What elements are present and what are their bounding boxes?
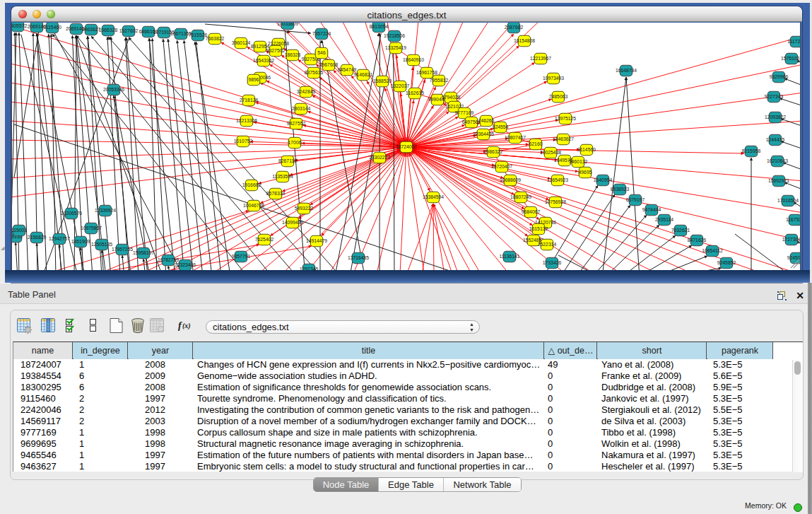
svg-text:10973493: 10973493 bbox=[543, 76, 564, 81]
svg-text:3242845: 3242845 bbox=[297, 89, 316, 94]
svg-text:15692971: 15692971 bbox=[768, 178, 789, 183]
svg-text:12505135: 12505135 bbox=[91, 242, 112, 247]
svg-text:18463627: 18463627 bbox=[553, 136, 574, 141]
svg-text:17006: 17006 bbox=[288, 140, 302, 145]
svg-text:6794028: 6794028 bbox=[442, 95, 461, 100]
svg-text:16543362: 16543362 bbox=[253, 58, 274, 63]
svg-text:9329966: 9329966 bbox=[770, 74, 789, 79]
svg-text:9427552: 9427552 bbox=[287, 121, 306, 126]
svg-text:1916682: 1916682 bbox=[242, 182, 261, 187]
svg-text:8215958: 8215958 bbox=[742, 148, 761, 153]
svg-text:2156829: 2156829 bbox=[28, 235, 47, 240]
svg-text:1588520: 1588520 bbox=[373, 78, 392, 83]
svg-text:18302273: 18302273 bbox=[369, 155, 390, 160]
svg-text:9115460: 9115460 bbox=[43, 25, 61, 30]
svg-text:11136141: 11136141 bbox=[499, 254, 519, 259]
svg-text:49695: 49695 bbox=[579, 170, 592, 175]
svg-text:12339924: 12339924 bbox=[95, 208, 116, 213]
svg-text:12213306: 12213306 bbox=[236, 118, 257, 123]
svg-text:10807467: 10807467 bbox=[505, 135, 526, 140]
svg-text:9857791: 9857791 bbox=[232, 254, 251, 259]
svg-text:9777169: 9777169 bbox=[455, 110, 474, 115]
svg-text:2718126: 2718126 bbox=[240, 98, 259, 103]
svg-text:20206576: 20206576 bbox=[61, 211, 82, 216]
svg-text:9474444: 9474444 bbox=[642, 207, 661, 212]
svg-text:1727304: 1727304 bbox=[782, 237, 801, 242]
svg-text:17957255: 17957255 bbox=[112, 247, 133, 252]
svg-text:15751024: 15751024 bbox=[781, 56, 801, 61]
svg-text:9227343: 9227343 bbox=[765, 94, 784, 99]
svg-text:12942757: 12942757 bbox=[49, 236, 70, 241]
svg-text:20364436: 20364436 bbox=[473, 132, 494, 136]
svg-text:11353594: 11353594 bbox=[272, 174, 293, 179]
svg-text:18640910: 18640910 bbox=[403, 57, 424, 62]
svg-text:8813054: 8813054 bbox=[370, 24, 389, 29]
svg-text:7632621: 7632621 bbox=[671, 228, 690, 233]
svg-text:8471626: 8471626 bbox=[688, 238, 707, 243]
svg-text:1733426: 1733426 bbox=[543, 260, 562, 265]
svg-text:3960124: 3960124 bbox=[232, 40, 251, 45]
svg-text:1162615: 1162615 bbox=[406, 90, 424, 95]
svg-text:1065328: 1065328 bbox=[99, 28, 118, 33]
svg-text:10975867: 10975867 bbox=[81, 226, 102, 230]
svg-text:8375635: 8375635 bbox=[305, 70, 324, 75]
svg-text:9327502: 9327502 bbox=[266, 48, 286, 53]
svg-text:1167533: 1167533 bbox=[786, 217, 801, 222]
svg-text:7485063: 7485063 bbox=[549, 94, 568, 99]
svg-text:1527602: 1527602 bbox=[119, 28, 139, 33]
svg-text:9896: 9896 bbox=[248, 77, 259, 82]
svg-text:(x): (x) bbox=[182, 322, 191, 330]
svg-text:186328: 186328 bbox=[285, 52, 301, 57]
svg-text:13654923: 13654923 bbox=[547, 177, 568, 182]
svg-text:16648784: 16648784 bbox=[616, 68, 637, 73]
svg-text:5493222: 5493222 bbox=[295, 206, 314, 211]
svg-text:2986322: 2986322 bbox=[484, 149, 503, 154]
svg-text:1010752: 1010752 bbox=[234, 139, 253, 144]
svg-text:15720407: 15720407 bbox=[491, 164, 512, 169]
svg-text:2935114: 2935114 bbox=[655, 217, 673, 222]
svg-text:8454749: 8454749 bbox=[338, 67, 357, 72]
svg-text:12093822: 12093822 bbox=[765, 115, 786, 119]
svg-text:16961758: 16961758 bbox=[416, 70, 437, 75]
svg-text:8938923: 8938923 bbox=[611, 187, 630, 192]
svg-text:13325419: 13325419 bbox=[385, 45, 406, 50]
svg-text:1451909: 1451909 bbox=[71, 239, 90, 244]
svg-text:2967608: 2967608 bbox=[319, 62, 339, 67]
svg-text:1244415: 1244415 bbox=[766, 137, 785, 142]
svg-text:17016504: 17016504 bbox=[777, 198, 799, 203]
svg-text:13716485: 13716485 bbox=[348, 255, 369, 260]
svg-text:2087682: 2087682 bbox=[505, 25, 524, 30]
svg-text:1405572: 1405572 bbox=[12, 23, 27, 28]
svg-text:9114560: 9114560 bbox=[577, 147, 596, 152]
svg-text:7955812: 7955812 bbox=[430, 78, 449, 83]
svg-text:2803144: 2803144 bbox=[292, 106, 311, 111]
svg-text:19218506: 19218506 bbox=[384, 33, 405, 38]
svg-text:10025438: 10025438 bbox=[540, 150, 561, 155]
svg-text:546: 546 bbox=[317, 50, 326, 55]
svg-text:16782759: 16782759 bbox=[158, 257, 179, 262]
svg-text:10756928: 10756928 bbox=[545, 199, 566, 204]
svg-text:9463627: 9463627 bbox=[82, 27, 101, 32]
svg-text:12213967: 12213967 bbox=[530, 56, 551, 61]
svg-text:15384594: 15384594 bbox=[423, 194, 444, 199]
svg-text:10688609: 10688609 bbox=[500, 177, 521, 182]
svg-text:8267110: 8267110 bbox=[278, 158, 297, 163]
svg-text:12323446: 12323446 bbox=[175, 262, 196, 267]
svg-text:1640954: 1640954 bbox=[594, 177, 613, 182]
svg-text:7515526: 7515526 bbox=[189, 33, 208, 37]
svg-text:16154808: 16154808 bbox=[514, 38, 535, 43]
svg-text:7663822: 7663822 bbox=[206, 36, 225, 41]
svg-text:7357224: 7357224 bbox=[312, 31, 331, 36]
svg-text:18724007: 18724007 bbox=[396, 144, 417, 149]
svg-text:1615132: 1615132 bbox=[529, 226, 548, 231]
svg-text:9684067: 9684067 bbox=[522, 209, 541, 214]
svg-text:115001: 115001 bbox=[12, 228, 27, 233]
svg-text:7625402: 7625402 bbox=[255, 237, 274, 242]
svg-text:18807249: 18807249 bbox=[510, 194, 531, 199]
svg-text:62160: 62160 bbox=[529, 141, 543, 146]
svg-text:10033809: 10033809 bbox=[277, 23, 298, 26]
svg-text:10046788: 10046788 bbox=[243, 203, 264, 208]
svg-text:1322037: 1322037 bbox=[391, 83, 410, 88]
svg-text:1117269: 1117269 bbox=[787, 39, 801, 44]
svg-text:5460132: 5460132 bbox=[569, 159, 588, 164]
